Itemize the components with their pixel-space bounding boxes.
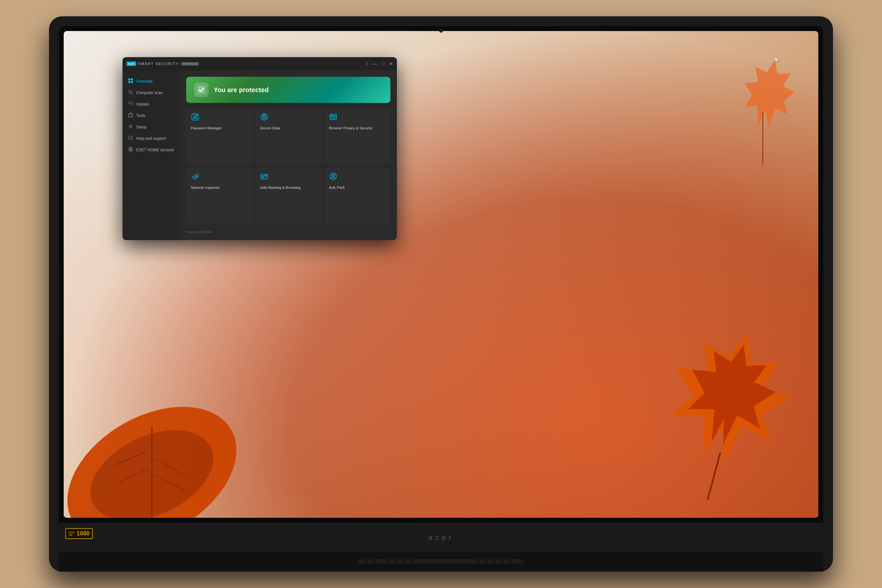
sidebar-item-computer-scan[interactable]: Computer scan bbox=[123, 87, 180, 98]
title-bar-controls: ☽ — □ ✕ bbox=[364, 61, 393, 66]
key[interactable] bbox=[487, 559, 493, 564]
hd-hd-text: HD bbox=[69, 534, 75, 536]
sidebar-item-eset-home[interactable]: ESET HOME account bbox=[123, 144, 180, 156]
sidebar-item-tools[interactable]: Tools bbox=[123, 110, 180, 121]
svg-rect-12 bbox=[131, 81, 133, 83]
moon-icon[interactable]: ☽ bbox=[364, 61, 368, 66]
user-circle-icon bbox=[128, 147, 134, 153]
eset-window: eset SMART SECURITY PREMIUM ☽ — □ ✕ bbox=[123, 57, 397, 240]
sidebar-label-scan: Computer scan bbox=[136, 90, 163, 95]
sidebar-item-setup[interactable]: Setup bbox=[123, 121, 180, 133]
key[interactable] bbox=[404, 559, 411, 564]
tile-label-browser-privacy: Browser Privacy & Security bbox=[329, 126, 386, 130]
svg-point-33 bbox=[333, 118, 333, 118]
anti-theft-icon bbox=[329, 172, 386, 183]
browser-privacy-icon bbox=[329, 113, 386, 123]
briefcase-icon bbox=[128, 113, 134, 118]
help-icon: ? bbox=[128, 136, 134, 141]
sidebar-label-help: Help and support bbox=[136, 136, 166, 141]
tile-browser-privacy[interactable]: Browser Privacy & Security bbox=[324, 108, 390, 164]
sidebar-item-update[interactable]: Update bbox=[123, 98, 180, 110]
key[interactable] bbox=[397, 559, 403, 564]
tile-label-network-inspector: Network Inspector bbox=[191, 185, 248, 190]
key[interactable] bbox=[389, 559, 395, 564]
acer-logo: acer bbox=[428, 533, 454, 542]
sidebar-item-help[interactable]: ? Help and support bbox=[123, 133, 180, 144]
sidebar-label-tools: Tools bbox=[136, 113, 146, 118]
tile-anti-theft[interactable]: Anti-Theft bbox=[324, 168, 390, 224]
svg-point-16 bbox=[130, 126, 132, 128]
tile-secure-data[interactable]: Secure Data bbox=[255, 108, 321, 164]
eset-logo-badge: eset bbox=[126, 62, 136, 66]
key[interactable] bbox=[358, 559, 365, 564]
svg-line-7 bbox=[708, 452, 720, 500]
safe-banking-icon bbox=[260, 172, 317, 183]
sidebar-item-overview[interactable]: Overview bbox=[123, 75, 180, 87]
key[interactable] bbox=[495, 559, 501, 564]
key[interactable] bbox=[374, 559, 387, 564]
title-bar-left: eset SMART SECURITY PREMIUM bbox=[126, 62, 364, 66]
right-panel: You are protected bbox=[180, 70, 397, 240]
sidebar-label-update: Update bbox=[136, 102, 149, 106]
refresh-icon bbox=[128, 101, 134, 107]
svg-line-14 bbox=[132, 93, 133, 94]
protection-check-icon bbox=[194, 82, 208, 97]
svg-rect-15 bbox=[129, 114, 133, 117]
svg-text:?: ? bbox=[130, 137, 132, 140]
laptop-bottom: acer bbox=[59, 523, 823, 552]
network-inspector-icon bbox=[191, 172, 248, 183]
sidebar: Overview Computer scan bbox=[123, 70, 180, 240]
svg-rect-9 bbox=[128, 78, 130, 80]
footer-tagline: Progress. Protected. bbox=[186, 229, 390, 234]
premium-badge: PREMIUM bbox=[181, 62, 199, 66]
keyboard-area bbox=[59, 552, 823, 572]
leaf-svg-top-right bbox=[714, 51, 812, 181]
leaf-svg-right bbox=[606, 322, 818, 518]
svg-point-24 bbox=[196, 114, 198, 116]
protection-status-text: You are protected bbox=[214, 86, 269, 94]
svg-point-27 bbox=[264, 117, 264, 118]
title-bar: eset SMART SECURITY PREMIUM ☽ — □ ✕ bbox=[123, 57, 397, 70]
tile-label-password-manager: Password Manager bbox=[191, 126, 248, 130]
leaf-svg-left bbox=[64, 361, 250, 518]
svg-point-31 bbox=[333, 115, 333, 116]
key[interactable] bbox=[502, 559, 509, 564]
protection-banner: You are protected bbox=[186, 77, 390, 103]
screen-bezel: eset SMART SECURITY PREMIUM ☽ — □ ✕ bbox=[59, 26, 823, 523]
svg-point-30 bbox=[331, 115, 332, 116]
tile-label-secure-data: Secure Data bbox=[260, 126, 317, 130]
laptop-outer: eset SMART SECURITY PREMIUM ☽ — □ ✕ bbox=[49, 16, 833, 572]
key[interactable] bbox=[479, 559, 485, 564]
grid-icon bbox=[128, 78, 134, 84]
secure-data-icon bbox=[260, 113, 317, 123]
sidebar-label-setup: Setup bbox=[136, 125, 146, 129]
hd-number: 1080 bbox=[76, 530, 90, 537]
tile-safe-banking[interactable]: Safe Banking & Browsing bbox=[255, 168, 321, 224]
screen: eset SMART SECURITY PREMIUM ☽ — □ ✕ bbox=[64, 31, 818, 518]
cursor bbox=[775, 57, 779, 63]
hd-badge: FULL HD 1080 bbox=[65, 528, 93, 539]
svg-point-43 bbox=[333, 176, 333, 177]
svg-point-13 bbox=[129, 90, 132, 93]
app-title: SMART SECURITY bbox=[138, 62, 179, 66]
sidebar-label-overview: Overview bbox=[136, 79, 153, 84]
sidebar-label-eset-home: ESET HOME account bbox=[136, 148, 174, 152]
minimize-button[interactable]: — bbox=[373, 61, 377, 66]
svg-rect-10 bbox=[131, 78, 133, 80]
tile-network-inspector[interactable]: Network Inspector bbox=[186, 168, 252, 224]
gear-icon bbox=[128, 124, 134, 130]
tile-label-anti-theft: Anti-Theft bbox=[329, 185, 386, 190]
camera-dot bbox=[439, 29, 443, 33]
maximize-button[interactable]: □ bbox=[382, 61, 384, 66]
password-manager-icon bbox=[191, 113, 248, 123]
tile-label-safe-banking: Safe Banking & Browsing bbox=[260, 185, 317, 190]
key[interactable] bbox=[366, 559, 373, 564]
tiles-grid: Password Manager bbox=[186, 108, 390, 224]
svg-rect-11 bbox=[128, 81, 130, 83]
tile-password-manager[interactable]: Password Manager bbox=[186, 108, 252, 164]
spacebar-key[interactable] bbox=[412, 559, 478, 564]
key[interactable] bbox=[510, 559, 524, 564]
close-button[interactable]: ✕ bbox=[389, 61, 393, 66]
svg-point-20 bbox=[130, 148, 131, 149]
main-content: Overview Computer scan bbox=[123, 70, 397, 240]
